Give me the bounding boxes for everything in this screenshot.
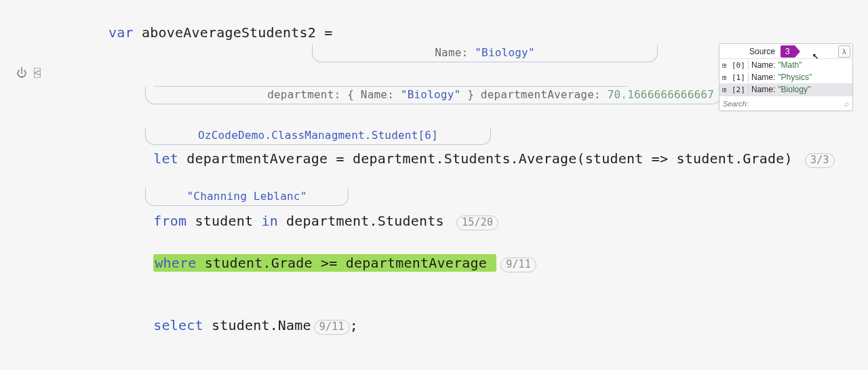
kw-from2: from (153, 213, 186, 229)
kw-select: select (153, 317, 203, 333)
debug-step-icon[interactable]: ⍃ (34, 66, 41, 79)
row-key: Name: (751, 60, 775, 70)
search-input[interactable] (723, 100, 844, 108)
popup-title: Source (749, 47, 775, 56)
result-count-pill-let[interactable]: 3/3 (805, 153, 835, 168)
lambda-button[interactable]: λ (838, 45, 850, 58)
row-value: "Math" (778, 60, 802, 70)
cursor-icon: ↖ (812, 49, 819, 62)
popup-count[interactable]: 3 (781, 45, 795, 58)
expand-plus-icon[interactable]: ⊞ (722, 85, 729, 94)
popup-row[interactable]: ⊞[0]Name:"Math" (719, 59, 852, 71)
result-count-pill-where[interactable]: 9/11 (500, 258, 536, 272)
result-count-pill-from2[interactable]: 15/20 (456, 215, 498, 230)
value-bubble-students-array: OzCodeDemo.ClassManagment.Student[6] (145, 127, 491, 145)
source-popup: Source 3 λ ⊞[0]Name:"Math"⊞[1]Name:"Phys… (719, 43, 853, 111)
row-index: [1] (732, 73, 745, 82)
row-index: [2] (732, 85, 745, 94)
value-bubble-selected-name: "Channing Leblanc" (145, 188, 349, 206)
value-bubble-department-name: Name: "Biology" (312, 45, 658, 62)
row-key: Name: (751, 73, 775, 82)
value-bubble-department-detail: department: { Name: "Biology" } departme… (145, 87, 722, 104)
expand-plus-icon[interactable]: ⊞ (722, 73, 729, 82)
kw-where: where (155, 255, 196, 271)
decl-name: aboveAverageStudents2 (142, 24, 316, 41)
row-value: "Physics" (778, 73, 812, 82)
search-icon[interactable]: ⌕ (844, 99, 849, 108)
popup-row[interactable]: ⊞[2]Name:"Biology" (719, 83, 852, 96)
popup-row[interactable]: ⊞[1]Name:"Physics" (719, 71, 852, 83)
row-value: "Biology" (778, 85, 810, 94)
row-key: Name: (751, 85, 775, 94)
result-count-pill-select[interactable]: 9/11 (314, 320, 350, 335)
row-index: [0] (732, 61, 745, 70)
power-icon[interactable]: ⏻ (16, 66, 27, 79)
kw-let: let (153, 150, 178, 167)
where-clause-highlight[interactable]: where student.Grade >= departmentAverage (153, 254, 496, 272)
expand-plus-icon[interactable]: ⊞ (722, 61, 729, 70)
eq: = (316, 24, 332, 41)
kw-in2: in (261, 213, 277, 229)
kw-var: var (108, 24, 134, 41)
